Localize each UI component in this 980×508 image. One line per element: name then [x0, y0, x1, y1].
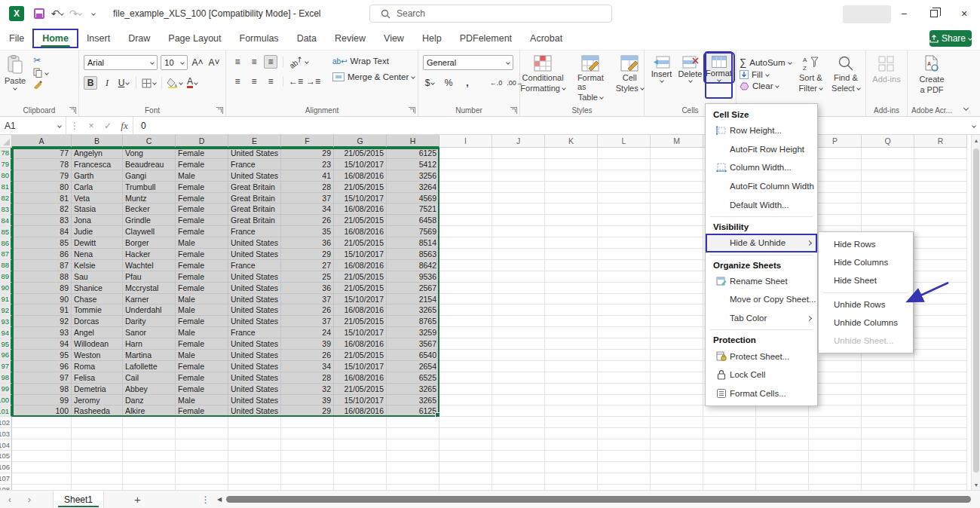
row-header-102[interactable]: 102: [0, 417, 12, 428]
cell-M103[interactable]: [651, 428, 703, 439]
cell-J103[interactable]: [492, 428, 545, 439]
cell-P103[interactable]: [809, 428, 862, 439]
excel-logo-icon[interactable]: X: [9, 6, 24, 21]
column-header-D[interactable]: D: [176, 135, 228, 148]
cell-R107[interactable]: [914, 473, 967, 485]
tab-file[interactable]: File: [0, 29, 33, 47]
cell-H106[interactable]: [387, 462, 439, 473]
center-button[interactable]: ≡: [247, 75, 261, 88]
cell-N105[interactable]: [703, 451, 756, 462]
cell-J92[interactable]: [492, 304, 545, 316]
borders-button[interactable]: [142, 76, 156, 90]
cell-A106[interactable]: [12, 462, 72, 473]
column-header-F[interactable]: F: [281, 135, 334, 148]
cell-B79[interactable]: Francesca: [72, 159, 123, 170]
menu-item-autofit-column-width[interactable]: AutoFit Column Width: [706, 177, 817, 196]
cell-A79[interactable]: 78: [12, 159, 72, 170]
cell-A107[interactable]: [12, 473, 72, 485]
cell-J96[interactable]: [492, 350, 545, 361]
cell-B103[interactable]: [72, 428, 123, 439]
cell-R98[interactable]: [914, 372, 967, 384]
cell-M98[interactable]: [651, 372, 703, 384]
cell-M90[interactable]: [651, 283, 703, 294]
font-color-button[interactable]: A: [185, 76, 199, 90]
cell-A92[interactable]: 91: [12, 304, 72, 316]
cell-L98[interactable]: [598, 372, 651, 384]
cell-G80[interactable]: 16/08/2016: [334, 170, 387, 182]
cell-I101[interactable]: [439, 405, 492, 417]
column-header-B[interactable]: B: [72, 135, 123, 148]
cell-C87[interactable]: Hacker: [123, 249, 176, 260]
cell-J80[interactable]: [492, 170, 545, 182]
submenu-item-unhide-sheet[interactable]: Unhide Sheet...: [819, 332, 913, 350]
cell-F91[interactable]: 37: [281, 294, 334, 305]
cell-D89[interactable]: Female: [176, 271, 228, 283]
cell-L97[interactable]: [598, 361, 651, 372]
row-header-92[interactable]: 92: [0, 304, 12, 316]
row-header-79[interactable]: 79: [0, 159, 12, 170]
cell-A83[interactable]: 82: [12, 204, 72, 215]
cell-M83[interactable]: [651, 204, 703, 215]
cell-D84[interactable]: Female: [176, 215, 228, 226]
cell-G92[interactable]: 16/08/2016: [334, 304, 387, 316]
cell-H105[interactable]: [387, 451, 439, 462]
cell-E108[interactable]: [228, 485, 281, 490]
cell-C85[interactable]: Claywell: [123, 226, 176, 237]
cell-M97[interactable]: [651, 361, 703, 372]
cell-J78[interactable]: [492, 148, 545, 159]
merge-center-button[interactable]: Merge & Center: [332, 72, 415, 81]
cell-E106[interactable]: [228, 462, 281, 473]
cell-G108[interactable]: [334, 485, 387, 490]
cell-Q107[interactable]: [862, 473, 914, 485]
cell-J84[interactable]: [492, 215, 545, 226]
cell-R103[interactable]: [914, 428, 967, 439]
cell-C99[interactable]: Abbey: [123, 384, 176, 395]
cell-G87[interactable]: 15/10/2017: [334, 249, 387, 260]
cell-C89[interactable]: Pfau: [123, 271, 176, 283]
cell-I86[interactable]: [439, 237, 492, 249]
cell-M93[interactable]: [651, 316, 703, 327]
cell-R108[interactable]: [914, 485, 967, 490]
cell-D80[interactable]: Male: [176, 170, 228, 182]
scroll-down-icon[interactable]: ▼: [972, 479, 980, 490]
cell-K103[interactable]: [545, 428, 598, 439]
row-header-94[interactable]: 94: [0, 327, 12, 338]
cell-H91[interactable]: 2154: [387, 294, 439, 305]
cell-Q101[interactable]: [862, 405, 914, 417]
cell-O105[interactable]: [756, 451, 809, 462]
cell-B82[interactable]: Veta: [72, 193, 123, 204]
tab-home[interactable]: Home: [33, 29, 78, 47]
cell-J105[interactable]: [492, 451, 545, 462]
cell-B105[interactable]: [72, 451, 123, 462]
cell-H92[interactable]: 3265: [387, 304, 439, 316]
cell-Q98[interactable]: [862, 372, 914, 384]
cell-I87[interactable]: [439, 249, 492, 260]
cell-R89[interactable]: [914, 271, 967, 283]
scroll-up-icon[interactable]: ▲: [972, 135, 980, 145]
row-header-97[interactable]: 97: [0, 361, 12, 372]
cell-B108[interactable]: [72, 485, 123, 490]
cell-B102[interactable]: [72, 417, 123, 428]
cell-B86[interactable]: Dewitt: [72, 237, 123, 249]
cell-M100[interactable]: [651, 395, 703, 406]
cell-K94[interactable]: [545, 327, 598, 338]
cell-I103[interactable]: [439, 428, 492, 439]
row-header-91[interactable]: 91: [0, 294, 12, 305]
cell-A102[interactable]: [12, 417, 72, 428]
column-header-A[interactable]: A: [12, 135, 72, 148]
cell-Q100[interactable]: [862, 395, 914, 406]
row-header-96[interactable]: 96: [0, 350, 12, 361]
cell-I97[interactable]: [439, 361, 492, 372]
cell-G78[interactable]: 21/05/2015: [334, 148, 387, 159]
menu-item-row-height[interactable]: Row Height...: [706, 121, 817, 140]
cell-I99[interactable]: [439, 384, 492, 395]
cell-B100[interactable]: Jeromy: [72, 395, 123, 406]
cell-K92[interactable]: [545, 304, 598, 316]
cell-K101[interactable]: [545, 405, 598, 417]
cell-J89[interactable]: [492, 271, 545, 283]
cell-N103[interactable]: [703, 428, 756, 439]
column-header-L[interactable]: L: [598, 135, 651, 148]
cell-M86[interactable]: [651, 237, 703, 249]
sheet-options-icon[interactable]: ⋮: [201, 494, 211, 505]
cell-J99[interactable]: [492, 384, 545, 395]
